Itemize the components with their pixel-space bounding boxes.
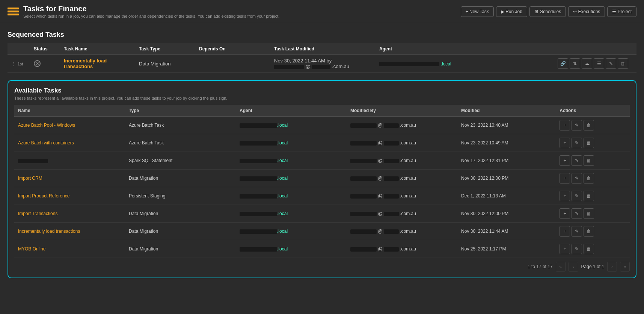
pagination-next[interactable]: › bbox=[607, 262, 617, 272]
seq-col-taskname: Task Name bbox=[60, 43, 135, 55]
project-button[interactable]: ☰ Project bbox=[607, 6, 636, 17]
avail-task-type-cell: Azure Batch Task bbox=[125, 134, 236, 152]
seq-actions-cell: 🔗 ⇅ ☁ ☰ ✎ 🗑 bbox=[554, 55, 636, 73]
avail-actions-cell: + ✎ 🗑 bbox=[556, 134, 630, 152]
avail-task-name-link[interactable]: Azure Batch Pool - Windows bbox=[18, 123, 75, 128]
avail-add-button-0[interactable]: + bbox=[560, 120, 570, 130]
avail-add-button-5[interactable]: + bbox=[560, 208, 570, 219]
avail-table-row: Azure Batch Pool - Windows Azure Batch T… bbox=[14, 117, 630, 134]
pagination-last[interactable]: » bbox=[620, 262, 630, 272]
modby-domain-redacted bbox=[384, 176, 399, 181]
seq-depends-on-cell bbox=[195, 55, 270, 73]
logo-icon bbox=[8, 8, 19, 15]
avail-delete-button-3[interactable]: 🗑 bbox=[584, 173, 594, 184]
avail-agent-cell: .local bbox=[236, 240, 347, 258]
avail-task-name-link[interactable]: Import CRM bbox=[18, 176, 42, 181]
avail-delete-button-1[interactable]: 🗑 bbox=[584, 138, 594, 148]
avail-table-row: Import Product Reference Persistent Stag… bbox=[14, 187, 630, 205]
schedules-button[interactable]: 🗓 🗓 SchedulesSchedules bbox=[529, 6, 566, 17]
avail-action-buttons: + ✎ 🗑 bbox=[560, 226, 626, 237]
avail-edit-button-3[interactable]: ✎ bbox=[572, 173, 582, 184]
avail-modby-cell: @ .com.au bbox=[347, 187, 457, 205]
avail-delete-button-2[interactable]: 🗑 bbox=[584, 155, 594, 166]
avail-task-name-cell: Azure Batch Pool - Windows bbox=[14, 117, 125, 134]
avail-edit-button-1[interactable]: ✎ bbox=[572, 138, 582, 148]
avail-col-name: Name bbox=[14, 105, 125, 117]
avail-actions-cell: + ✎ 🗑 bbox=[556, 205, 630, 223]
avail-col-type: Type bbox=[125, 105, 236, 117]
modby-domain-redacted bbox=[384, 229, 399, 234]
seq-list-button[interactable]: ☰ bbox=[594, 58, 604, 69]
agent-redacted bbox=[240, 159, 277, 163]
avail-add-button-7[interactable]: + bbox=[560, 244, 570, 254]
status-indicator: ✕ bbox=[34, 60, 41, 67]
new-task-button[interactable]: + New Task bbox=[461, 6, 494, 17]
modby-domain-redacted bbox=[384, 123, 399, 128]
avail-add-button-3[interactable]: + bbox=[560, 173, 570, 184]
avail-task-name-cell: Import CRM bbox=[14, 170, 125, 187]
avail-task-name-link[interactable]: Import Product Reference bbox=[18, 193, 69, 199]
seq-task-type-cell: Data Migration bbox=[135, 55, 195, 73]
avail-edit-button-6[interactable]: ✎ bbox=[572, 226, 582, 237]
avail-add-button-1[interactable]: + bbox=[560, 138, 570, 148]
avail-modified-cell: Nov 30, 2022 12:00 PM bbox=[457, 205, 556, 223]
agent-redacted bbox=[240, 141, 277, 146]
seq-cloud-button[interactable]: ☁ bbox=[582, 58, 592, 69]
run-job-button[interactable]: ▶ Run Job bbox=[496, 6, 527, 17]
avail-delete-button-5[interactable]: 🗑 bbox=[584, 208, 594, 219]
avail-delete-button-4[interactable]: 🗑 bbox=[584, 191, 594, 201]
avail-edit-button-5[interactable]: ✎ bbox=[572, 208, 582, 219]
avail-modby-cell: @ .com.au bbox=[347, 117, 457, 134]
avail-edit-button-7[interactable]: ✎ bbox=[572, 244, 582, 254]
seq-edit-button[interactable]: ✎ bbox=[606, 58, 616, 69]
avail-col-actions: Actions bbox=[556, 105, 630, 117]
avail-table-row: MYOB Online Data Migration .local @ .com… bbox=[14, 240, 630, 258]
seq-col-actions bbox=[554, 43, 636, 55]
avail-agent-cell: .local bbox=[236, 170, 347, 187]
seq-sort-button[interactable]: ⇅ bbox=[570, 58, 580, 69]
modby-domain-redacted bbox=[384, 159, 399, 163]
avail-edit-button-0[interactable]: ✎ bbox=[572, 120, 582, 130]
avail-task-name-link[interactable]: Incrementally load transactions bbox=[18, 229, 80, 234]
avail-edit-button-4[interactable]: ✎ bbox=[572, 191, 582, 201]
avail-action-buttons: + ✎ 🗑 bbox=[560, 155, 626, 166]
avail-actions-cell: + ✎ 🗑 bbox=[556, 117, 630, 134]
avail-action-buttons: + ✎ 🗑 bbox=[560, 191, 626, 201]
page-title: Tasks for Finance bbox=[23, 5, 279, 13]
seq-link-button[interactable]: 🔗 bbox=[558, 58, 568, 69]
avail-delete-button-7[interactable]: 🗑 bbox=[584, 244, 594, 254]
avail-add-button-6[interactable]: + bbox=[560, 226, 570, 237]
seq-col-status: Status bbox=[30, 43, 60, 55]
avail-edit-button-2[interactable]: ✎ bbox=[572, 155, 582, 166]
seq-delete-button[interactable]: 🗑 bbox=[618, 58, 628, 69]
avail-table-row: Import Transactions Data Migration .loca… bbox=[14, 205, 630, 223]
avail-add-button-2[interactable]: + bbox=[560, 155, 570, 166]
avail-agent-cell: .local bbox=[236, 134, 347, 152]
pagination-first[interactable]: « bbox=[556, 262, 566, 272]
avail-modby-cell: @ .com.au bbox=[347, 205, 457, 223]
avail-delete-button-6[interactable]: 🗑 bbox=[584, 226, 594, 237]
avail-actions-cell: + ✎ 🗑 bbox=[556, 240, 630, 258]
seq-task-name-link[interactable]: Incrementally loadtransactions bbox=[64, 58, 107, 69]
pagination-page-label: Page 1 of 1 bbox=[581, 264, 604, 269]
avail-delete-button-0[interactable]: 🗑 bbox=[584, 120, 594, 130]
avail-add-button-4[interactable]: + bbox=[560, 191, 570, 201]
avail-task-type-cell: Azure Batch Task bbox=[125, 117, 236, 134]
avail-task-name-link[interactable]: MYOB Online bbox=[18, 246, 45, 252]
header-left: Tasks for Finance Select which tasks run… bbox=[8, 5, 279, 18]
drag-handle[interactable]: ⋮ bbox=[11, 61, 16, 67]
avail-actions-cell: + ✎ 🗑 bbox=[556, 187, 630, 205]
pagination-prev[interactable]: ‹ bbox=[569, 262, 578, 272]
seq-table-row: ⋮ 1st ✕ Incrementally loadtransactions D… bbox=[8, 55, 636, 73]
avail-task-name-link[interactable]: Azure Batch with containers bbox=[18, 140, 74, 146]
seq-last-modified-cell: Nov 30, 2022 11:44 AM by @ .com.au bbox=[270, 55, 376, 73]
executions-button[interactable]: ↩ Executions bbox=[568, 6, 605, 17]
avail-table-row: Incrementally load transactions Data Mig… bbox=[14, 223, 630, 240]
avail-task-name-cell: Import Transactions bbox=[14, 205, 125, 223]
avail-modby-cell: @ .com.au bbox=[347, 223, 457, 240]
pagination-row: 1 to 17 of 17 « ‹ Page 1 of 1 › » bbox=[14, 258, 630, 272]
avail-task-name-link[interactable]: Import Transactions bbox=[18, 211, 57, 216]
agent-redacted bbox=[240, 123, 277, 128]
task-name-redacted bbox=[18, 159, 48, 163]
avail-modified-cell: Nov 23, 2022 10:40 AM bbox=[457, 117, 556, 134]
